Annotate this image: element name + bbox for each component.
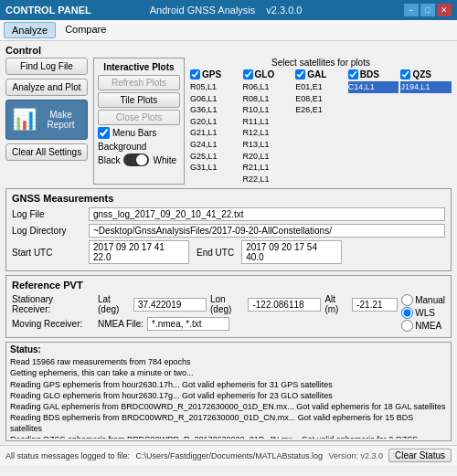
bds-sat-list: C14,L1 xyxy=(348,81,399,93)
lat-label: Lat (deg) xyxy=(98,294,130,314)
qzs-label: QZS xyxy=(412,69,431,79)
bds-checkbox[interactable] xyxy=(348,69,358,79)
gps-sat-list: R05,L1 G06,L1 G36,L1 G20,L1 G21,L1 G24,L… xyxy=(190,81,241,174)
all-messages-label: All status messages logged to file: C:\U… xyxy=(5,451,328,460)
clear-status-button[interactable]: Clear Status xyxy=(388,449,452,462)
start-utc-label: Start UTC xyxy=(12,248,85,258)
analyze-plot-button[interactable]: Analyze and Plot xyxy=(5,79,88,96)
sat-col-glo: GLO R06,L1 R08,L1 R10,L1 R11,L1 R12,L1 R… xyxy=(243,69,294,185)
end-utc-label: End UTC xyxy=(197,248,234,258)
background-label: Background xyxy=(98,142,180,152)
menu-bars-label: Menu Bars xyxy=(112,128,156,138)
bottom-bar: All status messages logged to file: C:\U… xyxy=(0,445,457,465)
alt-label: Alt (m) xyxy=(324,294,348,314)
lon-input[interactable] xyxy=(248,298,321,312)
radio-nmea[interactable]: NMEA xyxy=(401,320,445,332)
minimize-button[interactable]: − xyxy=(404,4,419,16)
start-utc-value: 2017 09 20 17 41 22.0 xyxy=(89,240,189,264)
interactive-plots-label: Interactive Plots xyxy=(98,62,180,72)
log-dir-value: ~Desktop/GnssAnalysisFiles/2017-09-20-Al… xyxy=(89,224,445,238)
black-label: Black xyxy=(98,155,120,165)
lon-label: Lon (deg) xyxy=(210,294,244,314)
nmea-file-label: NMEA File: xyxy=(98,319,143,329)
radio-manual[interactable]: Manual xyxy=(401,294,445,306)
tile-plots-button[interactable]: Tile Plots xyxy=(98,92,180,108)
report-icon: 📊 xyxy=(12,108,37,132)
end-utc-value: 2017 09 20 17 54 40.0 xyxy=(241,240,342,264)
radio-group: Manual WLS NMEA xyxy=(401,294,445,333)
status-section: Status: Read 15966 raw measurements from… xyxy=(5,342,452,441)
radio-wls[interactable]: WLS xyxy=(401,307,445,319)
stationary-receiver-label: Stationary Receiver: xyxy=(12,294,94,314)
control-label: Control xyxy=(5,45,452,56)
log-file-label: Log File xyxy=(12,209,85,219)
make-report-button[interactable]: 📊 Make Report xyxy=(5,100,88,140)
gnss-measurements-section: GNSS Measurements Log File gnss_log_2017… xyxy=(5,188,452,271)
alt-input[interactable] xyxy=(352,298,398,312)
find-log-file-button[interactable]: Find Log File xyxy=(5,58,88,75)
clear-all-settings-button[interactable]: Clear All Settings xyxy=(5,143,88,161)
glo-label: GLO xyxy=(255,69,275,79)
bds-label: BDS xyxy=(360,69,379,79)
window-title: Android GNSS Analysis xyxy=(150,5,256,16)
sat-col-qzs: QZS J194,L1 xyxy=(400,69,452,185)
menu-bar: Analyze Compare xyxy=(0,20,457,41)
sat-col-gps: GPS R05,L1 G06,L1 G36,L1 G20,L1 G21,L1 G… xyxy=(190,69,241,185)
menu-compare[interactable]: Compare xyxy=(58,22,113,38)
sat-select-header: Select satellites for plots xyxy=(190,58,452,68)
nmea-input[interactable] xyxy=(147,317,229,331)
interactive-plots-box: Interactive Plots Refresh Plots Tile Plo… xyxy=(93,58,185,185)
glo-sat-list: R06,L1 R08,L1 R10,L1 R11,L1 R12,L1 R13,L… xyxy=(243,81,294,185)
gal-sat-list: E01,E1 E08,E1 E26,E1 xyxy=(295,81,346,116)
status-text: Read 15966 raw measurements from 784 epo… xyxy=(10,356,447,439)
white-label: White xyxy=(153,155,176,165)
qzs-checkbox[interactable] xyxy=(400,69,410,79)
title-bar: CONTROL PANEL Android GNSS Analysis v2.3… xyxy=(0,0,457,20)
ref-pvt-title: Reference PVT xyxy=(12,280,445,291)
gnss-title: GNSS Measurements xyxy=(12,193,445,204)
gps-label: GPS xyxy=(202,69,221,79)
sat-col-bds: BDS C14,L1 xyxy=(348,69,399,185)
gal-checkbox[interactable] xyxy=(295,69,305,79)
log-file-value: gnss_log_2017_09_20_10_41_22.txt xyxy=(89,207,445,221)
menu-analyze[interactable]: Analyze xyxy=(4,22,56,38)
ref-pvt-section: Reference PVT Stationary Receiver: Lat (… xyxy=(5,275,452,338)
close-plots-button[interactable]: Close Plots xyxy=(98,110,180,125)
version-label: Version: v2.3.0 xyxy=(328,451,383,460)
refresh-plots-button[interactable]: Refresh Plots xyxy=(98,75,180,90)
lat-input[interactable] xyxy=(133,298,207,312)
status-title: Status: xyxy=(10,344,447,354)
satellite-select: Select satellites for plots GPS R05,L1 G… xyxy=(190,58,452,185)
moving-receiver-label: Moving Receiver: xyxy=(12,319,94,329)
log-dir-label: Log Directory xyxy=(12,226,85,236)
close-button[interactable]: ✕ xyxy=(437,4,452,16)
version-title: v2.3.0.0 xyxy=(266,5,302,16)
menu-bars-checkbox[interactable] xyxy=(98,127,110,139)
maximize-button[interactable]: □ xyxy=(420,4,435,16)
app-name: CONTROL PANEL xyxy=(5,5,91,16)
background-toggle[interactable] xyxy=(123,153,149,166)
gal-label: GAL xyxy=(307,69,326,79)
gps-checkbox[interactable] xyxy=(190,69,200,79)
qzs-sat-list: J194,L1 xyxy=(400,81,452,93)
glo-checkbox[interactable] xyxy=(243,69,253,79)
sat-col-gal: GAL E01,E1 E08,E1 E26,E1 xyxy=(295,69,346,185)
